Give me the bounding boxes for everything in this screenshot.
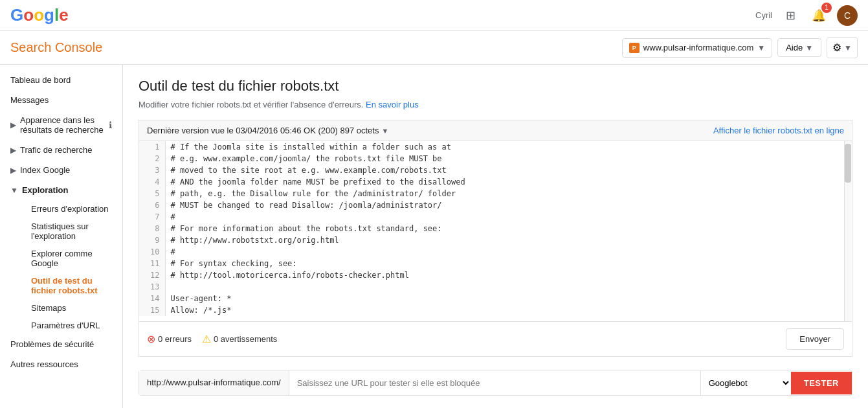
- version-bar: Dernière version vue le 03/04/2016 05:46…: [139, 120, 852, 141]
- sidebar-item-label: Autres ressources: [10, 359, 78, 369]
- sidebar-item-label: Paramètres d'URL: [31, 321, 100, 330]
- warning-badge: ⚠ 0 avertissements: [202, 333, 277, 345]
- line-code: [165, 281, 852, 293]
- sidebar-item-label: Apparence dans les résultats de recherch…: [20, 115, 109, 135]
- site-selector[interactable]: P www.pulsar-informatique.com ▼: [622, 38, 772, 58]
- sidebar-item-erreurs[interactable]: Erreurs d'exploration: [16, 200, 122, 218]
- line-code: Allow: /*.js*: [165, 304, 852, 316]
- version-dropdown-arrow[interactable]: ▼: [381, 127, 388, 135]
- table-row: 10#: [139, 246, 852, 258]
- sidebar-item-label: Explorer comme Google: [31, 249, 112, 268]
- warning-icon: ⚠: [202, 333, 211, 345]
- logo-l: l: [54, 5, 59, 25]
- scrollbar-thumb: [845, 144, 851, 183]
- status-left: ⊗ 0 erreurs ⚠ 0 avertissements: [147, 333, 277, 345]
- line-number: 14: [139, 293, 165, 304]
- sidebar-item-tableau[interactable]: Tableau de bord: [0, 70, 122, 90]
- sidebar-item-messages[interactable]: Messages: [0, 90, 122, 110]
- apps-button[interactable]: ⊞: [780, 5, 801, 26]
- google-logo: G o o g l e: [10, 5, 69, 25]
- line-code: # e.g. www.example.com/joomla/ the robot…: [165, 153, 852, 164]
- sidebar-item-ressources[interactable]: Autres ressources: [0, 354, 122, 374]
- table-row: 4# AND the joomla folder name MUST be pr…: [139, 176, 852, 188]
- line-number: 12: [139, 269, 165, 281]
- logo-o2: o: [34, 5, 44, 25]
- scrollbar: [844, 141, 852, 321]
- line-number: 11: [139, 258, 165, 269]
- layout: Tableau de bord Messages ▶ Apparence dan…: [0, 65, 868, 408]
- tester-button[interactable]: TESTER: [791, 372, 852, 394]
- errors-count: 0 erreurs: [158, 334, 192, 344]
- subtitle-text: Modifier votre fichier robots.txt et vér…: [139, 100, 363, 109]
- table-row: 6# MUST be changed to read Disallow: /jo…: [139, 199, 852, 211]
- sidebar-item-explorer[interactable]: Explorer comme Google: [16, 245, 122, 272]
- sidebar-item-trafic[interactable]: ▶ Trafic de recherche: [0, 140, 122, 160]
- envoyer-button[interactable]: Envoyer: [786, 328, 844, 350]
- error-badge: ⊗ 0 erreurs: [147, 333, 192, 345]
- search-console-title[interactable]: Search Console: [10, 40, 102, 55]
- notification-badge: 1: [821, 3, 832, 13]
- main-content: Outil de test du fichier robots.txt Modi…: [123, 65, 868, 408]
- sidebar-item-label: Tableau de bord: [10, 75, 71, 85]
- table-row: 14User-agent: *: [139, 293, 852, 304]
- table-row: 12# http://tool.motoricerca.info/robots-…: [139, 269, 852, 281]
- sidebar-item-label: Exploration: [22, 185, 69, 195]
- top-bar-left: G o o g l e: [10, 5, 69, 25]
- table-row: 3# moved to the site root at e.g. www.ex…: [139, 164, 852, 176]
- line-code: # If the Joomla site is installed within…: [165, 141, 852, 153]
- sidebar-item-label: Messages: [10, 95, 49, 105]
- logo-o1: o: [23, 5, 34, 25]
- line-code: # MUST be changed to read Disallow: /joo…: [165, 199, 852, 211]
- avatar[interactable]: C: [837, 5, 858, 26]
- sidebar-item-label: Problèmes de sécurité: [10, 339, 94, 349]
- sidebar-item-label: Statistiques sur l'exploration: [31, 221, 112, 241]
- logo-g: G: [10, 5, 23, 25]
- sidebar-item-securite[interactable]: Problèmes de sécurité: [0, 334, 122, 354]
- table-row: 15Allow: /*.js*: [139, 304, 852, 316]
- top-bar: G o o g l e Cyril ⊞ 🔔 1 C: [0, 0, 868, 31]
- sidebar-item-label: Outil de test du fichier robots.txt: [31, 276, 112, 295]
- aide-label: Aide: [786, 43, 803, 52]
- line-number: 3: [139, 164, 165, 176]
- line-code: # AND the joomla folder name MUST be pre…: [165, 176, 852, 188]
- sidebar-item-label: Trafic de recherche: [20, 145, 93, 155]
- line-code: # moved to the site root at e.g. www.exa…: [165, 164, 852, 176]
- notification-button[interactable]: 🔔 1: [808, 5, 829, 26]
- table-row: 5# path, e.g. the Disallow rule for the …: [139, 188, 852, 199]
- header-bar: Search Console P www.pulsar-informatique…: [0, 31, 868, 65]
- sidebar-item-exploration[interactable]: ▼ Exploration: [0, 180, 122, 200]
- logo-g2: g: [44, 5, 54, 25]
- learn-more-link[interactable]: En savoir plus: [366, 100, 419, 109]
- code-table: 1# If the Joomla site is installed withi…: [139, 141, 852, 316]
- warnings-count: 0 avertissements: [214, 334, 277, 344]
- url-test-bar: http://www.pulsar-informatique.com/ Goog…: [139, 370, 852, 396]
- sidebar-item-sitemaps[interactable]: Sitemaps: [16, 299, 122, 317]
- bot-selector[interactable]: Googlebot Googlebot-Image Googlebot-Mobi…: [700, 371, 791, 395]
- page-title: Outil de test du fichier robots.txt: [139, 78, 852, 95]
- version-label: Dernière version vue le 03/04/2016 05:46…: [147, 126, 379, 135]
- sidebar-item-index-google[interactable]: ▶ Index Google: [0, 160, 122, 180]
- aide-button[interactable]: Aide ▼: [777, 38, 821, 57]
- header-controls: P www.pulsar-informatique.com ▼ Aide ▼ ⚙…: [622, 37, 858, 58]
- table-row: 1# If the Joomla site is installed withi…: [139, 141, 852, 153]
- info-icon: ℹ: [109, 120, 112, 130]
- expand-icon: ▼: [10, 186, 18, 195]
- aide-dropdown-arrow: ▼: [805, 43, 813, 52]
- site-dropdown-arrow: ▼: [757, 43, 765, 52]
- line-code: #: [165, 246, 852, 258]
- settings-button[interactable]: ⚙ ▼: [827, 37, 858, 58]
- code-editor[interactable]: 1# If the Joomla site is installed withi…: [139, 141, 852, 322]
- line-number: 10: [139, 246, 165, 258]
- sidebar-item-apparence[interactable]: ▶ Apparence dans les résultats de recher…: [0, 110, 122, 140]
- sidebar-item-statistiques[interactable]: Statistiques sur l'exploration: [16, 218, 122, 245]
- status-bar: ⊗ 0 erreurs ⚠ 0 avertissements Envoyer: [139, 322, 852, 357]
- sidebar-item-robots-txt[interactable]: Outil de test du fichier robots.txt: [16, 272, 122, 299]
- line-number: 2: [139, 153, 165, 164]
- table-row: 11# For syntax checking, see:: [139, 258, 852, 269]
- view-robots-link[interactable]: Afficher le fichier robots.txt en ligne: [713, 126, 844, 135]
- logo-e: e: [59, 5, 68, 25]
- sidebar-item-parametres[interactable]: Paramètres d'URL: [16, 317, 122, 334]
- sidebar-sub-exploration: Erreurs d'exploration Statistiques sur l…: [0, 200, 122, 334]
- line-code: # For more information about the robots.…: [165, 223, 852, 234]
- url-input[interactable]: [289, 372, 700, 394]
